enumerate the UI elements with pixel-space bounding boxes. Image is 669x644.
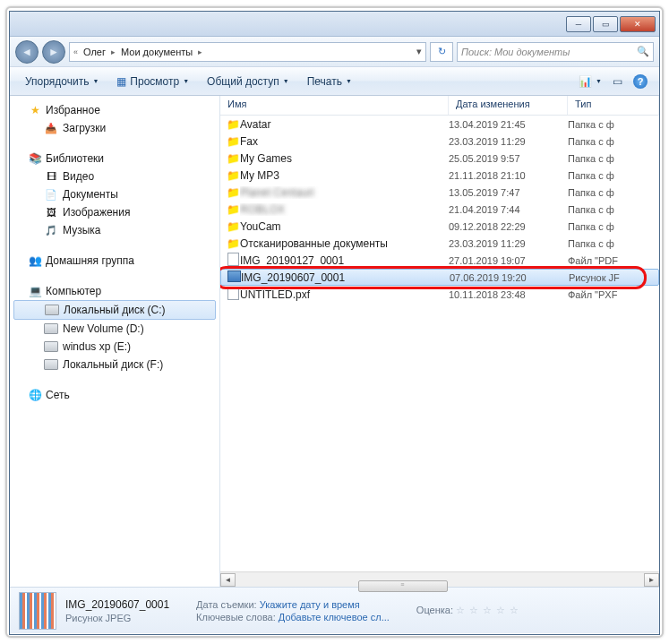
sidebar-favorites[interactable]: ★Избранное [10, 101, 219, 119]
scroll-left-icon[interactable]: ◄ [220, 573, 236, 587]
nav-row: ◄ ► « Олег ▸ Мои документы ▸ ▾ ↻ Поиск: … [10, 37, 659, 67]
maximize-button[interactable]: ▭ [593, 16, 618, 32]
breadcrumb-seg[interactable]: Олег [80, 47, 109, 57]
print-button[interactable]: Печать▼ [299, 72, 360, 91]
file-list[interactable]: Avatar13.04.2019 21:45Папка с фFax23.03.… [220, 116, 659, 571]
pictures-icon: 🖼 [44, 205, 58, 219]
file-date: 21.11.2018 21:10 [449, 170, 568, 181]
file-name: My MP3 [240, 169, 449, 182]
details-shot-value[interactable]: Укажите дату и время [260, 599, 360, 610]
details-shot-label: Дата съемки: [196, 599, 256, 610]
sidebar-music[interactable]: 🎵Музыка [10, 221, 219, 239]
refresh-button[interactable]: ↻ [430, 42, 453, 62]
search-placeholder: Поиск: Мои документы [461, 47, 570, 57]
sidebar-computer[interactable]: 💻Компьютер [10, 282, 219, 300]
breadcrumb-dropdown-icon[interactable]: ▾ [416, 46, 422, 57]
file-type: Папка с ф [568, 204, 659, 215]
col-date[interactable]: Дата изменения [449, 96, 568, 115]
organize-button[interactable]: Упорядочить▼ [17, 72, 107, 91]
close-button[interactable]: ✕ [620, 16, 656, 32]
sidebar-network[interactable]: 🌐Сеть [10, 386, 219, 404]
file-type: Папка с ф [568, 238, 659, 249]
file-date: 25.05.2019 9:57 [449, 153, 568, 164]
file-type: Рисунок JF [569, 272, 658, 283]
folder-icon [220, 186, 240, 199]
file-date: 23.03.2019 11:29 [449, 136, 568, 147]
sidebar-drive-c[interactable]: Локальный диск (C:) [13, 300, 216, 320]
sidebar: ★Избранное 📥Загрузки 📚Библиотеки 🎞Видео … [10, 96, 220, 587]
breadcrumb[interactable]: « Олег ▸ Мои документы ▸ ▾ [69, 42, 426, 62]
file-row[interactable]: Planet Centauri13.05.2019 7:47Папка с ф [220, 184, 659, 201]
details-kw-value[interactable]: Добавьте ключевое сл... [279, 612, 390, 623]
file-row[interactable]: IMG_20190127_000127.01.2019 19:07Файл "P… [220, 252, 659, 269]
explorer-window: ─ ▭ ✕ ◄ ► « Олег ▸ Мои документы ▸ ▾ ↻ П… [9, 11, 660, 635]
file-row[interactable]: Отсканированные документы23.03.2019 11:2… [220, 235, 659, 252]
col-type[interactable]: Тип [568, 96, 659, 115]
file-row[interactable]: My MP321.11.2018 21:10Папка с ф [220, 167, 659, 184]
scroll-right-icon[interactable]: ► [644, 573, 659, 587]
view-button[interactable]: 📊▼ [574, 73, 606, 90]
details-rating-label: Оценка: [416, 605, 453, 615]
titlebar: ─ ▭ ✕ [10, 12, 659, 37]
homegroup-icon: 👥 [28, 253, 42, 268]
file-date: 21.04.2019 7:44 [449, 204, 568, 215]
share-button[interactable]: Общий доступ▼ [199, 72, 297, 91]
preview-button[interactable]: ▦Просмотр▼ [108, 72, 197, 91]
music-icon: 🎵 [44, 223, 58, 237]
breadcrumb-seg[interactable]: Мои документы [117, 47, 196, 57]
file-row[interactable]: YouCam09.12.2018 22:29Папка с ф [220, 218, 659, 235]
rating-stars[interactable]: ☆ ☆ ☆ ☆ ☆ [456, 605, 519, 615]
sidebar-pictures[interactable]: 🖼Изображения [10, 203, 219, 221]
file-name: Avatar [240, 118, 449, 131]
file-date: 23.03.2019 11:29 [449, 238, 568, 249]
file-area: Имя Дата изменения Тип Avatar13.04.2019 … [220, 96, 659, 587]
sidebar-libraries[interactable]: 📚Библиотеки [10, 150, 219, 167]
downloads-icon: 📥 [44, 121, 58, 135]
file-row[interactable]: IMG_20190607_000107.06.2019 19:20Рисунок… [220, 269, 659, 286]
search-input[interactable]: Поиск: Мои документы 🔍 [457, 42, 654, 62]
file-row[interactable]: ROBLOX21.04.2019 7:44Папка с ф [220, 201, 659, 218]
computer-icon: 💻 [28, 284, 42, 298]
file-type: Папка с ф [568, 136, 659, 147]
file-type: Папка с ф [568, 153, 659, 164]
minimize-button[interactable]: ─ [566, 16, 591, 32]
file-row[interactable]: Fax23.03.2019 11:29Папка с ф [220, 133, 659, 150]
file-date: 07.06.2019 19:20 [450, 272, 569, 283]
preview-pane-button[interactable]: ▭ [608, 73, 627, 90]
breadcrumb-chevron-icon: « [73, 47, 78, 56]
scroll-thumb[interactable]: ≡ [358, 580, 448, 592]
file-row[interactable]: Avatar13.04.2019 21:45Папка с ф [220, 116, 659, 133]
sidebar-downloads[interactable]: 📥Загрузки [10, 119, 219, 137]
details-subtitle: Рисунок JPEG [65, 613, 169, 623]
sidebar-drive-d[interactable]: New Volume (D:) [10, 320, 219, 338]
doc-icon [220, 287, 240, 303]
file-row[interactable]: My Games25.05.2019 9:57Папка с ф [220, 150, 659, 167]
forward-button[interactable]: ► [42, 40, 65, 64]
folder-icon [220, 220, 240, 233]
file-name: YouCam [240, 220, 449, 233]
sidebar-drive-e[interactable]: windus xp (E:) [10, 338, 219, 356]
file-type: Папка с ф [568, 187, 659, 198]
breadcrumb-arrow-icon: ▸ [111, 47, 116, 56]
drive-icon [44, 339, 58, 354]
file-type: Папка с ф [568, 170, 659, 181]
horizontal-scrollbar[interactable]: ◄ ≡ ► [220, 571, 659, 587]
help-button[interactable]: ? [629, 72, 652, 91]
breadcrumb-arrow-icon: ▸ [198, 47, 202, 56]
help-icon: ? [633, 74, 648, 89]
back-button[interactable]: ◄ [15, 40, 39, 64]
sidebar-documents[interactable]: 📄Документы [10, 185, 219, 203]
file-date: 09.12.2018 22:29 [449, 221, 568, 232]
folder-icon [220, 169, 240, 182]
sidebar-drive-f[interactable]: Локальный диск (F:) [10, 356, 219, 374]
video-icon: 🎞 [44, 169, 58, 184]
thumbnail [19, 592, 56, 630]
sidebar-homegroup[interactable]: 👥Домашняя группа [10, 252, 219, 270]
folder-icon [220, 203, 240, 216]
col-name[interactable]: Имя [220, 96, 449, 115]
file-type: Файл "PDF [568, 255, 659, 266]
toolbar: Упорядочить▼ ▦Просмотр▼ Общий доступ▼ Пе… [10, 67, 659, 96]
sidebar-videos[interactable]: 🎞Видео [10, 167, 219, 185]
doc-icon [220, 253, 240, 269]
file-row[interactable]: UNTITLED.pxf10.11.2018 23:48Файл "PXF [220, 286, 659, 303]
